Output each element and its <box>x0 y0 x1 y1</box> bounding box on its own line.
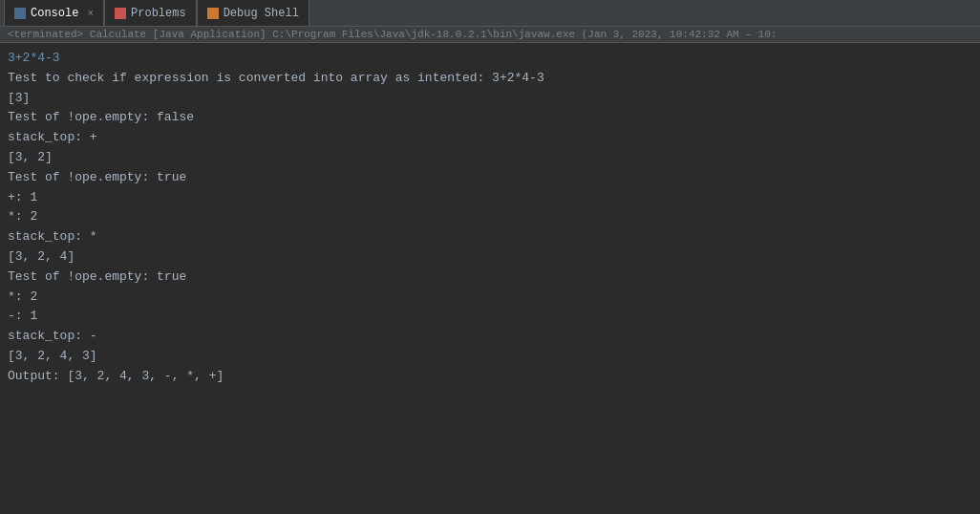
console-line: Output: [3, 2, 4, 3, -, *, +] <box>8 367 972 387</box>
tab-bar: Console × Problems Debug Shell <box>0 0 980 27</box>
console-output[interactable]: 3+2*4-3Test to check if expression is co… <box>0 43 980 509</box>
console-line: stack_top: * <box>8 227 972 247</box>
console-line: [3, 2] <box>8 148 972 168</box>
tab-console-label: Console <box>31 7 78 20</box>
console-line: [3] <box>8 89 972 109</box>
console-icon <box>14 8 26 19</box>
tab-console[interactable]: Console × <box>4 0 104 26</box>
tab-debug-shell[interactable]: Debug Shell <box>197 0 309 26</box>
close-icon[interactable]: × <box>87 8 94 19</box>
console-line: Test of !ope.empty: true <box>8 168 972 188</box>
console-line: stack_top: - <box>8 327 972 347</box>
problems-icon <box>115 8 126 19</box>
console-line: Test of !ope.empty: false <box>8 108 972 128</box>
console-line: [3, 2, 4] <box>8 247 972 268</box>
tab-debug-shell-label: Debug Shell <box>224 7 299 20</box>
console-line: 3+2*4-3 <box>8 49 972 69</box>
console-line: Test of !ope.empty: true <box>8 268 972 288</box>
console-line: -: 1 <box>8 307 972 327</box>
tab-problems[interactable]: Problems <box>104 0 197 26</box>
console-line: *: 2 <box>8 207 972 227</box>
console-line: [3, 2, 4, 3] <box>8 347 972 367</box>
console-line: Test to check if expression is converted… <box>8 69 972 89</box>
tab-problems-label: Problems <box>131 7 186 20</box>
status-text: <terminated> Calculate [Java Application… <box>8 29 777 40</box>
console-line: +: 1 <box>8 188 972 208</box>
console-line: stack_top: + <box>8 128 972 148</box>
debug-icon <box>207 8 219 19</box>
status-bar: <terminated> Calculate [Java Application… <box>0 27 980 43</box>
console-line: *: 2 <box>8 288 972 308</box>
